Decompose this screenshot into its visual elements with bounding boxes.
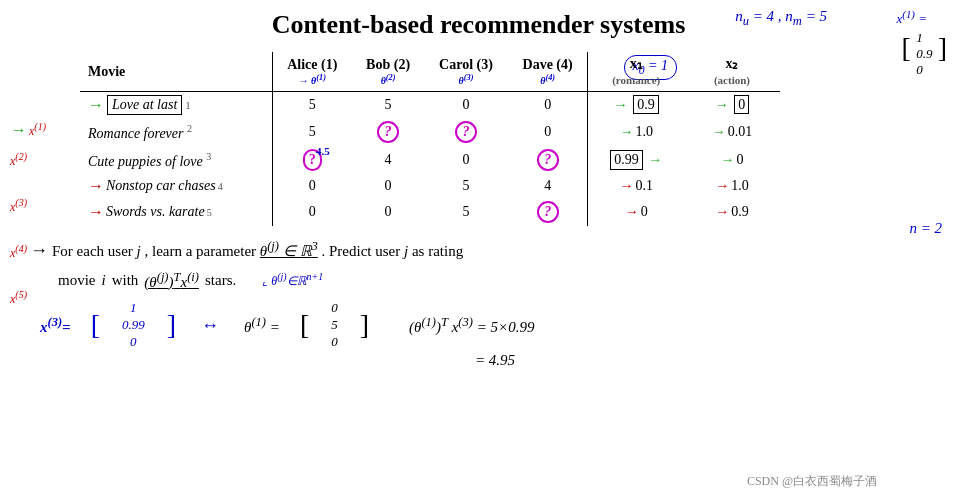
table-row: → Nonstop car chases 4 0 0 5 4 →0.1 →1.0 — [80, 174, 780, 198]
question-circle: ? — [537, 201, 559, 223]
bottom-formulas: x(3)= [ 1 0.99 0 ] ↔ θ(1) = [ 0 5 0 ] (θ… — [20, 300, 937, 351]
carol-theta-annot: θ(3) — [432, 73, 500, 86]
x1-col-header: x₁ (romance) — [588, 52, 684, 92]
bob-col-header: Bob (2) θ(2) — [352, 52, 424, 92]
nu-nm-annotation: nu = 4 , nm = 5 — [735, 8, 827, 29]
dave-rating: 0 — [508, 118, 588, 146]
x3-label: x(3)= — [40, 315, 71, 336]
x3-matrix: 1 0.99 0 — [122, 300, 145, 351]
movie-col-header: Movie — [80, 52, 272, 92]
movie-name-cell: → Love at last 1 — [80, 92, 272, 119]
carol-rating: 5 — [424, 174, 508, 198]
x1-value: → 0.9 — [588, 92, 684, 119]
alice-theta-annot: → θ(1) — [281, 73, 345, 86]
table-wrapper: Movie Alice (1) → θ(1) Bob (2) θ(2) Caro… — [20, 52, 937, 226]
table-row: Romance forever 2 5 ? ? 0 →1.0 → — [80, 118, 780, 146]
theta1-matrix: 0 5 0 — [331, 300, 338, 351]
carol-rating: 0 — [424, 92, 508, 119]
movie-name: Love at last — [107, 95, 182, 115]
result-formula: (θ(1))T x(3) = 5×0.99 — [409, 315, 534, 336]
x1-value: 0.99 → — [588, 146, 684, 174]
n2-annotation: n = 2 — [909, 220, 942, 237]
red-arrow-icon: → — [88, 177, 104, 195]
table-row: → Love at last 1 5 5 0 0 → 0.9 → — [80, 92, 780, 119]
x1-value: →1.0 — [588, 118, 684, 146]
question-circle: ? — [537, 149, 559, 171]
x1-top-right-annotation: x(1) = — [897, 8, 927, 27]
formula-section: → For each user j , learn a parameter θ(… — [20, 236, 937, 294]
theta1-label: θ(1) = — [244, 315, 280, 336]
ratings-table: Movie Alice (1) → θ(1) Bob (2) θ(2) Caro… — [80, 52, 780, 226]
result-value: = 4.95 — [20, 352, 937, 369]
alice-col-header: Alice (1) → θ(1) — [272, 52, 352, 92]
alice-rating: 0 — [272, 198, 352, 226]
x-labels-left: → x(1) x(2) x(3) x(4) x(5) — [10, 115, 46, 311]
x2-value: →0 — [684, 146, 780, 174]
bob-rating: 0 — [352, 174, 424, 198]
question-circle: ? — [455, 121, 477, 143]
dave-theta-annot: θ(4) — [516, 73, 580, 86]
dave-rating: 4 — [508, 174, 588, 198]
movie-name-cell: Romance forever 2 — [80, 118, 272, 146]
dave-rating: ? — [508, 198, 588, 226]
watermark: CSDN @白衣西蜀梅子酒 — [747, 473, 877, 490]
carol-rating: ? — [424, 118, 508, 146]
carol-col-header: Carol (3) θ(3) — [424, 52, 508, 92]
alice-rating: 5 — [272, 92, 352, 119]
x1-value: →0.1 — [588, 174, 684, 198]
question-circle: ? — [377, 121, 399, 143]
dave-col-header: Dave (4) θ(4) — [508, 52, 588, 92]
carol-rating: 5 — [424, 198, 508, 226]
bob-rating: ? — [352, 118, 424, 146]
table-row: Cute puppies of love 3 ? 4.5 4 0 ? 0.9 — [80, 146, 780, 174]
bidirectional-arrow: ↔ — [201, 315, 219, 336]
table-header-row: Movie Alice (1) → θ(1) Bob (2) θ(2) Caro… — [80, 52, 780, 92]
alice-rating: 5 — [272, 118, 352, 146]
dave-rating: 0 — [508, 92, 588, 119]
green-arrow-icon: → — [88, 96, 104, 114]
bob-rating: 5 — [352, 92, 424, 119]
x2-value: → 0 — [684, 92, 780, 119]
bob-rating: 0 — [352, 198, 424, 226]
x2-value: →0.9 — [684, 198, 780, 226]
carol-rating: 0 — [424, 146, 508, 174]
movie-name-cell: → Nonstop car chases 4 — [80, 174, 272, 198]
bob-rating: 4 — [352, 146, 424, 174]
x2-col-header: x₂ (action) — [684, 52, 780, 92]
alice-rating: ? 4.5 — [272, 146, 352, 174]
x1-value: →0 — [588, 198, 684, 226]
movie-name-cell: → Swords vs. karate 5 — [80, 198, 272, 226]
table-row: → Swords vs. karate 5 0 0 5 ? →0 — [80, 198, 780, 226]
x2-value: →0.01 — [684, 118, 780, 146]
x2-value: →1.0 — [684, 174, 780, 198]
dave-rating: ? — [508, 146, 588, 174]
main-container: Content-based recommender systems nu = 4… — [0, 0, 957, 500]
movie-name-cell: Cute puppies of love 3 — [80, 146, 272, 174]
red-arrow-icon: → — [88, 203, 104, 221]
bob-theta-annot: θ(2) — [360, 73, 416, 86]
matrix-top-right: [ 1 0.9 0 ] — [902, 30, 947, 78]
alice-rating: 0 — [272, 174, 352, 198]
